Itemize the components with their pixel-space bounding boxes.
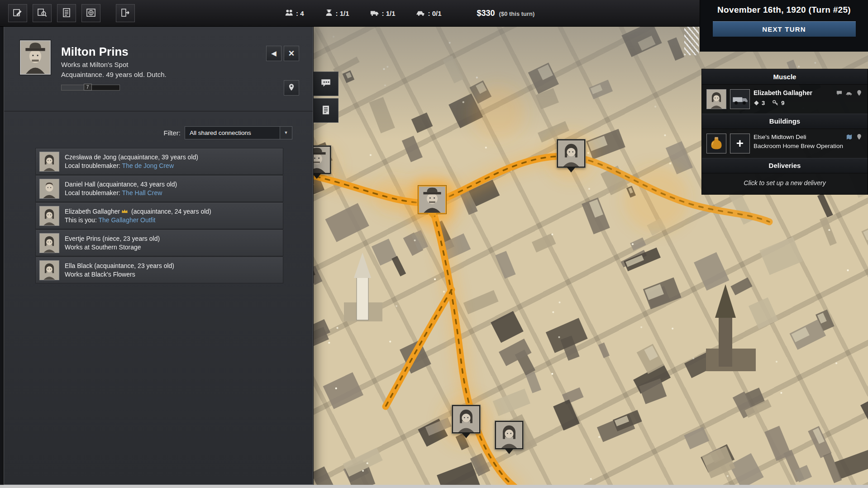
connection-portrait [39,260,59,280]
connection-row[interactable]: Czesława de Jong (acquaintance, 39 years… [35,148,283,175]
relationship-value: 7 [84,84,92,91]
chevron-down-icon: ▼ [280,127,292,139]
turn-panel: November 16th, 1920 (Turn #25) NEXT TURN [700,0,868,52]
ledger-button[interactable] [57,4,76,22]
character-portrait [20,40,51,75]
money-display: $330 ($0 this turn) [477,9,535,18]
pin-icon [855,134,863,140]
marker-pointer [428,214,436,219]
stat-vehicle: : 0/1 [415,8,442,19]
building-name: Else's Midtown Deli [754,134,806,140]
building-product-thumb[interactable] [706,134,726,153]
character-panel: Milton Prins Works at Milton's Spot Acqu… [4,26,313,485]
muscle-row[interactable]: Elizabeth Gallagher 3 9 [702,85,868,114]
overview-panel: Muscle Elizabeth Gallagher [701,69,868,195]
toolbar [8,4,135,22]
resource-stats: : 4 : 1/1 : 1/1 : 0/1 $330 ($0 this turn… [284,0,534,26]
character-name: Milton Prins [61,45,129,59]
relationship-fill [62,85,84,90]
muscle-info: Elizabeth Gallagher 3 9 [754,89,863,109]
muscle-stats: 3 9 [754,100,863,106]
building-row[interactable]: + Else's Midtown Deli Backroom Home Brew… [702,129,868,158]
crown-icon [121,209,128,214]
muscle-stat-badge: 3 [754,100,765,106]
map-notes-button[interactable] [8,4,27,22]
stat-truck-value: : 1/1 [382,10,396,17]
map-search-icon [37,7,48,19]
dialogue-log-button[interactable] [313,72,339,96]
back-arrow-icon: ◀ [271,49,277,57]
back-button[interactable]: ◀ [266,46,281,61]
connection-row[interactable]: Evertje Prins (niece, 23 years old) Work… [35,230,283,256]
filter-selected-value: All shared connections [190,129,251,136]
building-mini-icons [845,134,863,140]
tasks-list-button[interactable] [313,98,339,123]
connection-row[interactable]: Elizabeth Gallagher (acquaintance, 24 ye… [35,202,283,229]
relationship-bar: 7 [61,85,120,91]
document-icon [320,104,331,117]
map-marker-elizabeth[interactable] [557,139,585,173]
next-turn-button[interactable]: NEXT TURN [712,21,856,37]
plus-icon: + [736,136,744,151]
muscle-stat-b-value: 9 [781,100,784,106]
pin-icon [855,90,863,96]
map-marker-south-1[interactable] [452,405,480,439]
map-marker-milton[interactable] [418,186,446,219]
filter-label: Filter: [126,129,181,137]
connection-row[interactable]: Daniel Hall (acquaintance, 43 years old)… [35,175,283,202]
locate-on-map-button[interactable] [284,80,299,96]
ledger-icon [61,7,72,19]
church-left [344,253,382,321]
crew-link[interactable]: The Hall Crew [122,189,162,196]
marker-pointer [505,449,513,454]
vehicle-icon [415,8,426,19]
map-icon [845,134,853,140]
crew-link[interactable]: The Gallagher Outfit [98,216,155,224]
connection-line2: Works at Black's Flowers [65,270,174,279]
truck-icon [369,8,380,19]
bottom-edge-strip [0,485,868,488]
muscle-portrait[interactable] [706,89,726,109]
speech-bubble-icon [835,90,843,96]
car-icon [845,90,853,96]
close-button[interactable]: × [284,46,299,61]
exit-button[interactable] [116,4,135,22]
money-amount: $330 [477,9,495,18]
muscle-vehicle-thumb[interactable] [730,89,750,109]
muscle-icon [324,8,334,19]
map-notes-icon [12,7,23,19]
marker-portrait [452,405,480,433]
map-side-buttons [313,72,339,123]
connection-portrait [39,152,59,172]
map-search-button[interactable] [33,4,52,22]
map-marker-south-2[interactable] [495,421,523,455]
world-map-button[interactable] [81,4,100,22]
close-icon: × [289,48,295,58]
stat-muscle: : 1/1 [324,8,349,19]
crew-link[interactable]: The de Jong Crew [122,162,174,169]
marker-portrait [557,139,585,167]
connections-filter-dropdown[interactable]: All shared connections ▼ [185,126,292,139]
add-operation-button[interactable]: + [730,134,750,153]
church-right [706,284,756,371]
panel-divider [4,111,313,112]
muscle-stat-keys: 9 [772,100,784,106]
marker-pointer [462,433,470,438]
connections-list: Czesława de Jong (acquaintance, 39 years… [35,148,283,284]
marker-portrait [495,421,523,449]
connection-line2: Works at Southern Storage [65,243,160,252]
marker-pointer [567,167,575,172]
muscle-name: Elizabeth Gallagher [754,89,812,96]
muscle-stat-a-value: 3 [762,100,765,106]
new-delivery-hint[interactable]: Click to set up a new delivery [702,173,868,194]
buildings-header: Buildings [702,114,868,129]
badge-icon [754,100,759,106]
crew-icon [284,8,294,19]
connection-row[interactable]: Ella Black (acquaintance, 23 years old) … [35,257,283,283]
key-icon [772,100,779,106]
stat-crew: : 4 [284,8,304,19]
connection-line2: Local troublemaker: The Hall Crew [65,189,177,197]
building-info: Else's Midtown Deli Backroom Home Brew O… [754,134,863,153]
stat-crew-value: : 4 [296,10,304,17]
game-date: November 16th, 1920 (Turn #25) [700,5,868,15]
